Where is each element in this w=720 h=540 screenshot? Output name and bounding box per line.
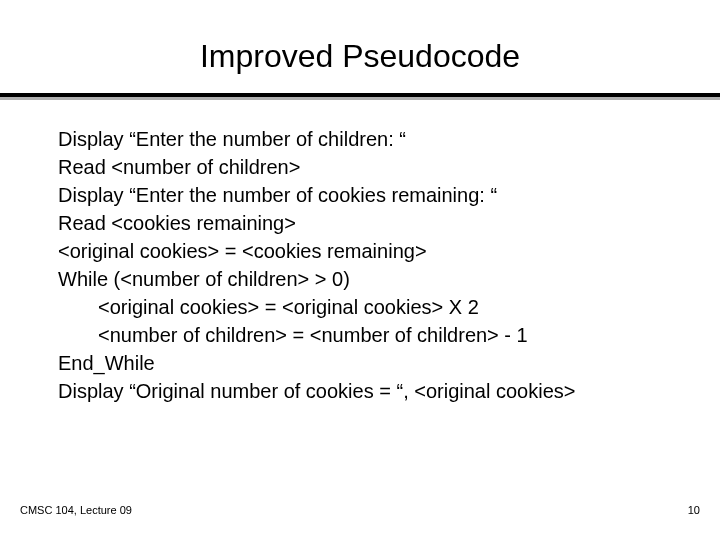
pseudocode-line: End_While — [58, 349, 662, 377]
pseudocode-line: <original cookies> = <original cookies> … — [58, 293, 662, 321]
title-region: Improved Pseudocode — [0, 0, 720, 75]
footer: CMSC 104, Lecture 09 10 — [20, 504, 700, 516]
pseudocode-body: Display “Enter the number of children: “… — [0, 97, 720, 405]
pseudocode-line: Display “Enter the number of cookies rem… — [58, 181, 662, 209]
footer-page-number: 10 — [688, 504, 700, 516]
pseudocode-line: While (<number of children> > 0) — [58, 265, 662, 293]
footer-left: CMSC 104, Lecture 09 — [20, 504, 132, 516]
pseudocode-line: Display “Enter the number of children: “ — [58, 125, 662, 153]
slide-title: Improved Pseudocode — [0, 38, 720, 75]
pseudocode-line: <number of children> = <number of childr… — [58, 321, 662, 349]
pseudocode-line: <original cookies> = <cookies remaining> — [58, 237, 662, 265]
pseudocode-line: Read <number of children> — [58, 153, 662, 181]
pseudocode-line: Read <cookies remaining> — [58, 209, 662, 237]
pseudocode-line: Display “Original number of cookies = “,… — [58, 377, 662, 405]
